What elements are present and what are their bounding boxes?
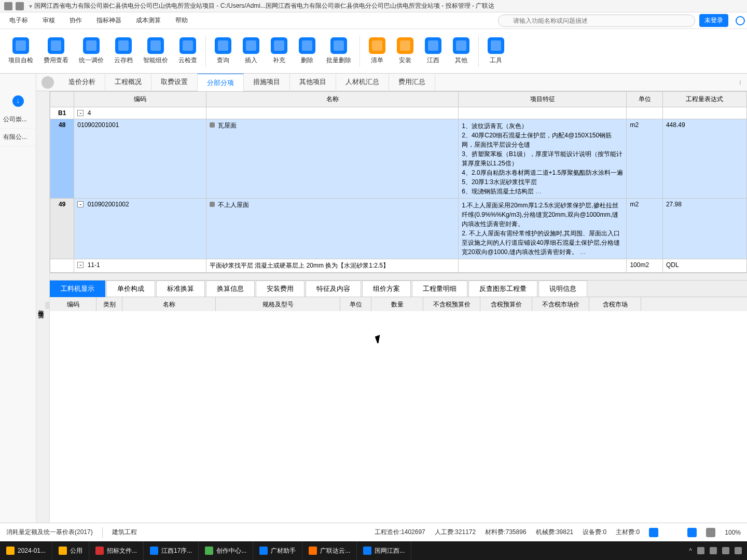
column-header[interactable]: 工程量表达式 (662, 92, 746, 107)
ribbon-项目自检[interactable]: 项目自检 (4, 35, 37, 67)
ellipsis-icon[interactable]: … (578, 248, 586, 256)
bottom-tab-特征及内容[interactable]: 特征及内容 (306, 281, 361, 297)
cell-feature[interactable] (459, 259, 627, 273)
ribbon-插入[interactable]: 插入 (238, 35, 264, 67)
sub-header[interactable]: 单位 (340, 297, 371, 311)
menu-成本测算[interactable]: 成本测算 (129, 13, 168, 28)
row-number[interactable]: 49 (50, 199, 74, 259)
cell-code[interactable]: 010902001001 (74, 119, 206, 199)
tabs-menu-icon[interactable]: ⫶ (734, 79, 747, 86)
tray-icon[interactable] (697, 547, 704, 554)
expand-icon[interactable] (45, 302, 49, 309)
taskbar-item[interactable]: 创作中心... (199, 541, 253, 560)
dropdown-icon[interactable]: ▾ (29, 3, 32, 10)
tab-工程概况[interactable]: 工程概况 (105, 74, 151, 92)
cell-code[interactable]: - 010902001002 (74, 199, 206, 259)
tab-取费设置[interactable]: 取费设置 (151, 74, 198, 92)
ribbon-统一调价[interactable]: 统一调价 (75, 35, 108, 67)
search-input[interactable] (498, 15, 695, 27)
ribbon-云存档[interactable]: 云存档 (110, 35, 137, 67)
sub-header[interactable]: 规格及型号 (216, 297, 340, 311)
horizontal-scrollbar[interactable] (50, 273, 747, 280)
tree-item[interactable]: 公司崇... (0, 111, 36, 129)
collapse-icon[interactable] (42, 76, 54, 89)
row-number[interactable]: 48 (50, 119, 74, 199)
volume-icon[interactable] (735, 547, 742, 554)
tab-其他项目[interactable]: 其他项目 (290, 74, 336, 92)
bottom-tab-工程量明细[interactable]: 工程量明细 (412, 281, 467, 297)
ribbon-安装[interactable]: 安装 (392, 35, 418, 67)
cell-qty[interactable]: 448.49 (662, 119, 746, 199)
column-header[interactable]: 单位 (627, 92, 662, 107)
ribbon-工具[interactable]: 工具 (483, 35, 509, 67)
bottom-tab-反查图形工程量[interactable]: 反查图形工程量 (468, 281, 537, 297)
bottom-tab-单价构成[interactable]: 单价构成 (106, 281, 155, 297)
taskbar-item[interactable]: 招标文件... (89, 541, 144, 560)
ribbon-智能组价[interactable]: 智能组价 (139, 35, 172, 67)
cell-code[interactable]: - 11-1 (74, 259, 206, 273)
vertical-tab[interactable]: 整个项目 (36, 91, 50, 523)
tab-措施项目[interactable]: 措施项目 (244, 74, 290, 92)
tree-item[interactable]: 有限公... (0, 129, 36, 146)
sub-header[interactable]: 含税预算价 (480, 297, 532, 311)
cell-unit[interactable] (627, 107, 662, 119)
bottom-tab-工料机显示[interactable]: 工料机显示 (50, 281, 105, 297)
ribbon-查询[interactable]: 查询 (210, 35, 236, 67)
bottom-tab-标准换算[interactable]: 标准换算 (156, 281, 205, 297)
taskbar-item[interactable]: 江西17序... (144, 541, 199, 560)
sub-header[interactable]: 名称 (122, 297, 216, 311)
tab-人材机汇总[interactable]: 人材机汇总 (336, 74, 389, 92)
sync-icon[interactable]: ↓ (12, 95, 24, 107)
ellipsis-icon[interactable]: … (534, 188, 542, 195)
menu-审核[interactable]: 审核 (35, 13, 62, 28)
cell-feature[interactable] (459, 107, 627, 119)
row-number[interactable] (50, 259, 74, 273)
taskbar-item[interactable]: 广材助手 (253, 541, 302, 560)
ribbon-其他[interactable]: 其他 (448, 35, 474, 67)
bottom-tab-组价方案[interactable]: 组价方案 (362, 281, 411, 297)
toggle-icon[interactable]: - (77, 262, 84, 268)
cell-unit[interactable]: m2 (627, 199, 662, 259)
sub-header[interactable]: 数量 (371, 297, 423, 311)
cell-name[interactable]: 不上人屋面 (206, 199, 459, 259)
column-header[interactable]: 名称 (206, 92, 459, 107)
ribbon-云检查[interactable]: 云检查 (174, 35, 201, 67)
tray-up-icon[interactable]: ^ (689, 547, 692, 554)
menu-协作[interactable]: 协作 (62, 13, 89, 28)
cell-feature[interactable]: 1、波纹沥青瓦（灰色） 2、40厚C20细石混凝土保护层，内配4@150X150… (459, 119, 627, 199)
cell-name[interactable]: 平面砂浆找平层 混凝土或硬基层上 20mm 换为【水泥砂浆1:2.5】 (206, 259, 459, 273)
cell-unit[interactable]: 100m2 (627, 259, 662, 273)
ribbon-江西[interactable]: 江西 (420, 35, 446, 67)
taskbar-item[interactable]: 公用 (52, 541, 89, 560)
cell-qty[interactable] (662, 107, 746, 119)
cell-qty[interactable]: QDL (662, 259, 746, 273)
cell-name[interactable] (206, 107, 459, 119)
ribbon-补充[interactable]: 补充 (266, 35, 292, 67)
view-icon-2[interactable] (687, 528, 697, 537)
bottom-tab-安装费用[interactable]: 安装费用 (256, 281, 305, 297)
view-icon-3[interactable] (706, 528, 715, 537)
column-header[interactable]: 项目特征 (459, 92, 627, 107)
column-header[interactable]: 编码 (74, 92, 206, 107)
column-header[interactable] (50, 92, 74, 107)
ribbon-费用查看[interactable]: 费用查看 (39, 35, 73, 67)
login-button[interactable]: 未登录 (699, 14, 728, 27)
sub-grid-body[interactable] (50, 311, 747, 368)
tab-费用汇总[interactable]: 费用汇总 (389, 74, 435, 92)
cell-code[interactable]: - 4 (74, 107, 206, 119)
taskbar-item[interactable]: 2024-01... (0, 541, 52, 560)
cell-unit[interactable]: m2 (627, 119, 662, 199)
sub-header[interactable]: 含税市场 (589, 297, 641, 311)
bottom-tab-说明信息[interactable]: 说明信息 (538, 281, 587, 297)
row-number[interactable]: B1 (50, 107, 74, 119)
toggle-icon[interactable]: - (77, 110, 84, 116)
cell-feature[interactable]: 1.不上人屋面采用20mm厚1:2.5水泥砂浆保护层,掺杜拉丝纤维(0.9%%%… (459, 199, 627, 259)
tab-分部分项[interactable]: 分部分项 (198, 74, 244, 92)
ribbon-批量删除[interactable]: 批量删除 (322, 35, 355, 67)
sub-header[interactable]: 类别 (96, 297, 122, 311)
sub-header[interactable]: 不含税预算价 (423, 297, 480, 311)
data-grid[interactable]: 编码名称项目特征单位工程量表达式B1- 448 010902001001瓦屋面1… (50, 91, 747, 523)
menu-帮助[interactable]: 帮助 (168, 13, 195, 28)
paste-icon[interactable] (16, 2, 24, 10)
menu-电子标[interactable]: 电子标 (2, 13, 35, 28)
